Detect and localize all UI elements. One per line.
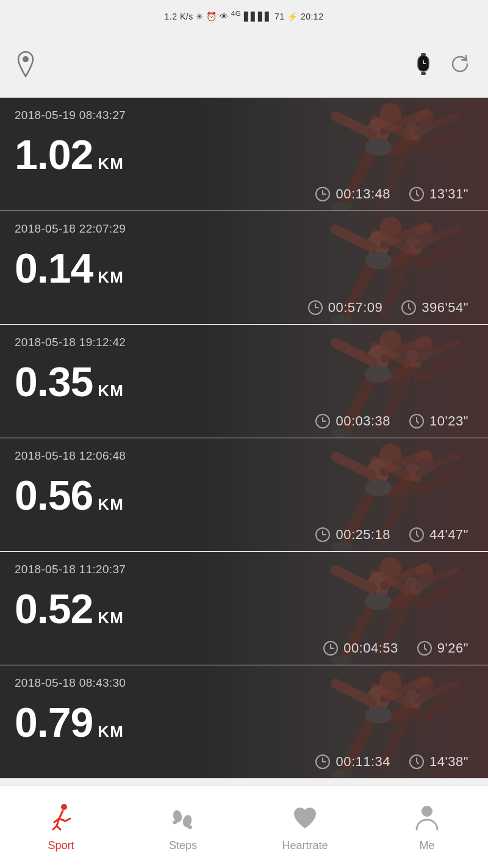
- sport-duration-value: 00:03:38: [336, 413, 390, 429]
- steps-nav-icon: [167, 803, 199, 834]
- svg-point-0: [23, 56, 29, 62]
- sport-pace-stat: 13'31": [409, 186, 468, 202]
- sport-duration-value: 00:13:48: [336, 186, 390, 202]
- sport-item-content: 2018-05-18 19:12:42 0.35 KM 00:03:38: [0, 325, 488, 438]
- sport-distance-value: 0.56: [15, 474, 93, 516]
- refresh-icon[interactable]: [447, 51, 473, 78]
- sport-item-content: 2018-05-18 11:20:37 0.52 KM 00:04:53: [0, 552, 488, 665]
- app-header: [0, 31, 488, 98]
- clock-icon: [307, 300, 323, 316]
- sport-duration-value: 00:04:53: [343, 640, 398, 656]
- watch-icon[interactable]: [410, 48, 437, 80]
- sport-duration-value: 00:25:18: [336, 527, 390, 543]
- sport-list-item[interactable]: 2018-05-18 12:06:48 0.56 KM 00:25:18: [0, 438, 488, 552]
- sport-distance-row: 0.52 KM: [15, 588, 473, 629]
- me-nav-label: Me: [419, 839, 434, 852]
- svg-line-72: [425, 648, 426, 650]
- sport-pace-value: 44'47": [429, 527, 468, 543]
- svg-line-20: [417, 194, 418, 196]
- pace-clock-icon: [401, 300, 417, 316]
- sport-item-content: 2018-05-18 22:07:29 0.14 KM 00:57:09: [0, 211, 488, 324]
- sport-duration-stat: 00:57:09: [307, 300, 383, 316]
- pace-clock-icon: [409, 413, 425, 429]
- sport-distance-value: 0.14: [15, 247, 93, 289]
- sport-list-item[interactable]: 2018-05-19 08:43:27 1.02 KM 00:13:48: [0, 98, 488, 211]
- clock-icon: [323, 640, 339, 656]
- svg-rect-7: [421, 72, 426, 75]
- sport-pace-stat: 14'38": [409, 754, 468, 770]
- sport-duration-stat: 00:04:53: [323, 640, 398, 656]
- sport-pace-value: 13'31": [429, 186, 468, 202]
- svg-rect-6: [421, 53, 426, 56]
- clock-icon: [315, 186, 331, 202]
- svg-line-46: [417, 421, 418, 423]
- location-section: [15, 51, 41, 78]
- sport-pace-value: 14'38": [429, 754, 468, 770]
- nav-item-me[interactable]: Me: [366, 803, 488, 852]
- pace-clock-icon: [409, 186, 425, 202]
- clock-icon: [315, 754, 331, 770]
- me-nav-icon: [411, 803, 443, 834]
- sport-stats-row: 00:11:34 14'38": [15, 754, 473, 770]
- sport-pace-stat: 10'23": [409, 413, 468, 429]
- sport-list-item[interactable]: 2018-05-18 22:07:29 0.14 KM 00:57:09: [0, 211, 488, 325]
- sport-pace-value: 10'23": [429, 413, 468, 429]
- sport-distance-row: 0.35 KM: [15, 361, 473, 402]
- sport-nav-icon: [45, 803, 77, 834]
- location-icon: [15, 51, 37, 78]
- sport-distance-unit: KM: [98, 722, 123, 741]
- steps-nav-label: Steps: [169, 839, 197, 852]
- sport-duration-stat: 00:25:18: [315, 527, 390, 543]
- clock-icon: [315, 527, 331, 543]
- svg-line-85: [417, 762, 418, 764]
- header-actions: [410, 48, 473, 80]
- sport-list-item[interactable]: 2018-05-18 19:12:42 0.35 KM 00:03:38: [0, 325, 488, 438]
- sport-stats-row: 00:04:53 9'26": [15, 640, 473, 656]
- sport-item-content: 2018-05-19 08:43:27 1.02 KM 00:13:48: [0, 98, 488, 211]
- sport-pace-value: 396'54": [422, 300, 468, 316]
- pace-clock-icon: [409, 754, 425, 770]
- clock-icon: [315, 413, 331, 429]
- sport-duration-value: 00:11:34: [336, 754, 390, 770]
- sport-list: 2018-05-19 08:43:27 1.02 KM 00:13:48: [0, 98, 488, 779]
- sport-distance-value: 0.79: [15, 701, 93, 743]
- sport-distance-unit: KM: [98, 268, 123, 287]
- svg-line-59: [417, 535, 418, 537]
- sport-datetime: 2018-05-19 08:43:27: [15, 109, 473, 122]
- sport-datetime: 2018-05-18 19:12:42: [15, 336, 473, 349]
- sport-datetime: 2018-05-18 08:43:30: [15, 676, 473, 690]
- sport-item-content: 2018-05-18 08:43:30 0.79 KM 00:11:34: [0, 665, 488, 778]
- pace-clock-icon: [409, 527, 425, 543]
- sport-nav-label: Sport: [48, 839, 74, 852]
- sport-distance-unit: KM: [98, 495, 123, 514]
- sport-pace-value: 9'26": [437, 640, 468, 656]
- nav-item-steps[interactable]: Steps: [122, 803, 244, 852]
- sport-distance-unit: KM: [98, 382, 123, 400]
- sport-item-content: 2018-05-18 12:06:48 0.56 KM 00:25:18: [0, 438, 488, 551]
- svg-point-91: [422, 806, 432, 817]
- sport-stats-row: 00:25:18 44'47": [15, 527, 473, 543]
- sport-list-item[interactable]: 2018-05-18 11:20:37 0.52 KM 00:04:53: [0, 552, 488, 665]
- nav-item-heartrate[interactable]: Heartrate: [244, 803, 366, 852]
- sport-distance-unit: KM: [98, 609, 123, 627]
- sport-pace-stat: 44'47": [409, 527, 468, 543]
- sport-distance-value: 0.52: [15, 588, 93, 629]
- sport-datetime: 2018-05-18 22:07:29: [15, 222, 473, 236]
- sport-duration-stat: 00:03:38: [315, 413, 390, 429]
- sport-distance-row: 0.14 KM: [15, 247, 473, 289]
- nav-item-sport[interactable]: Sport: [0, 803, 122, 852]
- pace-clock-icon: [417, 640, 432, 656]
- sport-duration-stat: 00:11:34: [315, 754, 390, 770]
- sport-list-item[interactable]: 2018-05-18 08:43:30 0.79 KM 00:11:34: [0, 665, 488, 779]
- status-bar: 1.2 K/s ✳ ⏰ 👁 4G ▋▋▋▋ 71 ⚡ 20:12: [0, 0, 488, 31]
- sport-pace-stat: 396'54": [401, 300, 468, 316]
- svg-line-33: [409, 308, 411, 309]
- sport-distance-row: 1.02 KM: [15, 134, 473, 175]
- sport-duration-stat: 00:13:48: [315, 186, 390, 202]
- sport-stats-row: 00:03:38 10'23": [15, 413, 473, 429]
- sport-stats-row: 00:13:48 13'31": [15, 186, 473, 202]
- svg-point-86: [61, 804, 67, 810]
- bottom-navigation: Sport Steps Heartrate: [0, 786, 488, 868]
- heartrate-nav-icon: [289, 803, 321, 834]
- sport-distance-value: 1.02: [15, 134, 93, 175]
